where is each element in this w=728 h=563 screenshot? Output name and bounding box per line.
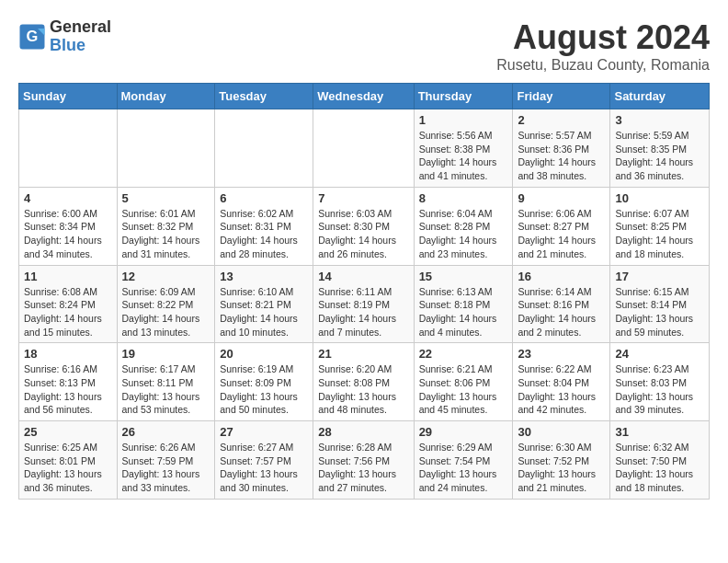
day-number: 4 [24,191,112,205]
calendar-week-row: 18Sunrise: 6:16 AMSunset: 8:13 PMDayligh… [19,343,710,421]
day-info: Sunrise: 6:07 AMSunset: 8:25 PMDaylight:… [615,207,704,261]
logo-icon: G [18,23,46,51]
day-number: 3 [615,113,704,127]
day-info: Sunrise: 6:32 AMSunset: 7:50 PMDaylight:… [615,441,704,495]
calendar-cell: 8Sunrise: 6:04 AMSunset: 8:28 PMDaylight… [414,187,513,265]
day-info: Sunrise: 6:26 AMSunset: 7:59 PMDaylight:… [122,441,210,495]
day-number: 2 [518,113,605,127]
day-info: Sunrise: 6:13 AMSunset: 8:18 PMDaylight:… [419,285,508,339]
calendar-cell: 31Sunrise: 6:32 AMSunset: 7:50 PMDayligh… [610,421,710,500]
calendar-cell: 21Sunrise: 6:20 AMSunset: 8:08 PMDayligh… [313,343,414,421]
day-number: 8 [419,191,508,205]
day-info: Sunrise: 6:01 AMSunset: 8:32 PMDaylight:… [122,207,210,261]
day-info: Sunrise: 5:59 AMSunset: 8:35 PMDaylight:… [615,129,704,183]
day-number: 6 [220,191,308,205]
calendar-cell: 24Sunrise: 6:23 AMSunset: 8:03 PMDayligh… [610,343,710,421]
weekday-header-monday: Monday [117,84,215,109]
calendar-cell: 9Sunrise: 6:06 AMSunset: 8:27 PMDaylight… [513,187,610,265]
calendar-cell: 3Sunrise: 5:59 AMSunset: 8:35 PMDaylight… [610,109,710,188]
day-info: Sunrise: 6:06 AMSunset: 8:27 PMDaylight:… [518,207,605,261]
calendar-cell: 27Sunrise: 6:27 AMSunset: 7:57 PMDayligh… [215,421,313,500]
month-year-title: August 2024 [496,18,710,57]
day-number: 10 [615,191,704,205]
day-info: Sunrise: 6:27 AMSunset: 7:57 PMDaylight:… [220,441,308,495]
calendar-cell: 25Sunrise: 6:25 AMSunset: 8:01 PMDayligh… [19,421,118,500]
calendar-cell [19,109,118,188]
day-number: 25 [24,425,112,439]
weekday-header-row: SundayMondayTuesdayWednesdayThursdayFrid… [19,84,710,109]
title-block: August 2024 Rusetu, Buzau County, Romani… [496,18,710,74]
calendar-week-row: 25Sunrise: 6:25 AMSunset: 8:01 PMDayligh… [19,421,710,500]
day-number: 26 [122,425,210,439]
day-number: 13 [220,270,308,283]
calendar-cell: 2Sunrise: 5:57 AMSunset: 8:36 PMDaylight… [513,109,610,188]
day-info: Sunrise: 6:20 AMSunset: 8:08 PMDaylight:… [318,362,408,417]
calendar-cell: 29Sunrise: 6:29 AMSunset: 7:54 PMDayligh… [414,421,513,500]
day-number: 12 [122,270,210,283]
calendar-cell: 30Sunrise: 6:30 AMSunset: 7:52 PMDayligh… [513,421,610,500]
day-info: Sunrise: 5:57 AMSunset: 8:36 PMDaylight:… [518,129,605,183]
calendar-cell [117,109,215,188]
day-number: 22 [419,347,508,361]
calendar-cell [313,109,414,188]
day-number: 30 [518,425,605,439]
day-number: 14 [318,270,408,283]
calendar-week-row: 4Sunrise: 6:00 AMSunset: 8:34 PMDaylight… [19,187,710,265]
day-number: 18 [24,347,112,361]
day-info: Sunrise: 6:21 AMSunset: 8:06 PMDaylight:… [419,362,508,417]
day-info: Sunrise: 6:22 AMSunset: 8:04 PMDaylight:… [518,362,605,417]
calendar-cell: 16Sunrise: 6:14 AMSunset: 8:16 PMDayligh… [513,265,610,343]
svg-text:G: G [27,27,39,43]
calendar-cell: 5Sunrise: 6:01 AMSunset: 8:32 PMDaylight… [117,187,215,265]
day-number: 24 [615,347,704,361]
day-info: Sunrise: 6:15 AMSunset: 8:14 PMDaylight:… [615,285,704,339]
day-info: Sunrise: 6:11 AMSunset: 8:19 PMDaylight:… [318,285,408,339]
calendar-cell: 17Sunrise: 6:15 AMSunset: 8:14 PMDayligh… [610,265,710,343]
calendar-cell: 4Sunrise: 6:00 AMSunset: 8:34 PMDaylight… [19,187,118,265]
calendar-cell: 18Sunrise: 6:16 AMSunset: 8:13 PMDayligh… [19,343,118,421]
day-number: 20 [220,347,308,361]
day-info: Sunrise: 6:23 AMSunset: 8:03 PMDaylight:… [615,362,704,417]
calendar-week-row: 1Sunrise: 5:56 AMSunset: 8:38 PMDaylight… [19,109,710,188]
logo: G General Blue [18,18,111,55]
weekday-header-sunday: Sunday [19,84,118,109]
weekday-header-thursday: Thursday [414,84,513,109]
calendar-cell: 14Sunrise: 6:11 AMSunset: 8:19 PMDayligh… [313,265,414,343]
day-number: 17 [615,270,704,283]
day-info: Sunrise: 6:10 AMSunset: 8:21 PMDaylight:… [220,285,308,339]
day-info: Sunrise: 6:02 AMSunset: 8:31 PMDaylight:… [220,207,308,261]
weekday-header-friday: Friday [513,84,610,109]
day-info: Sunrise: 6:19 AMSunset: 8:09 PMDaylight:… [220,362,308,417]
weekday-header-saturday: Saturday [610,84,710,109]
calendar-cell: 1Sunrise: 5:56 AMSunset: 8:38 PMDaylight… [414,109,513,188]
day-info: Sunrise: 6:25 AMSunset: 8:01 PMDaylight:… [24,441,112,495]
day-number: 28 [318,425,408,439]
day-number: 29 [419,425,508,439]
logo-blue-text: Blue [50,37,111,55]
calendar-week-row: 11Sunrise: 6:08 AMSunset: 8:24 PMDayligh… [19,265,710,343]
day-number: 16 [518,270,605,283]
day-info: Sunrise: 6:29 AMSunset: 7:54 PMDaylight:… [419,441,508,495]
calendar-cell: 12Sunrise: 6:09 AMSunset: 8:22 PMDayligh… [117,265,215,343]
day-number: 31 [615,425,704,439]
calendar-cell: 7Sunrise: 6:03 AMSunset: 8:30 PMDaylight… [313,187,414,265]
day-info: Sunrise: 6:16 AMSunset: 8:13 PMDaylight:… [24,362,112,417]
logo-general-text: General [50,18,111,37]
day-info: Sunrise: 6:00 AMSunset: 8:34 PMDaylight:… [24,207,112,261]
calendar-cell: 15Sunrise: 6:13 AMSunset: 8:18 PMDayligh… [414,265,513,343]
day-number: 7 [318,191,408,205]
calendar-cell: 13Sunrise: 6:10 AMSunset: 8:21 PMDayligh… [215,265,313,343]
day-info: Sunrise: 6:28 AMSunset: 7:56 PMDaylight:… [318,441,408,495]
calendar-body: 1Sunrise: 5:56 AMSunset: 8:38 PMDaylight… [19,109,710,500]
page-header: G General Blue August 2024 Rusetu, Buzau… [18,18,710,74]
calendar-cell [215,109,313,188]
day-number: 5 [122,191,210,205]
calendar-cell: 6Sunrise: 6:02 AMSunset: 8:31 PMDaylight… [215,187,313,265]
calendar-cell: 26Sunrise: 6:26 AMSunset: 7:59 PMDayligh… [117,421,215,500]
calendar-cell: 28Sunrise: 6:28 AMSunset: 7:56 PMDayligh… [313,421,414,500]
calendar-cell: 23Sunrise: 6:22 AMSunset: 8:04 PMDayligh… [513,343,610,421]
day-number: 15 [419,270,508,283]
day-info: Sunrise: 6:08 AMSunset: 8:24 PMDaylight:… [24,285,112,339]
day-info: Sunrise: 6:04 AMSunset: 8:28 PMDaylight:… [419,207,508,261]
weekday-header-wednesday: Wednesday [313,84,414,109]
